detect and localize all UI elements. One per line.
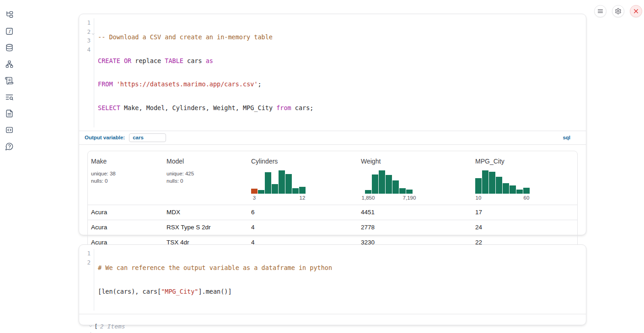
histogram-bar <box>386 175 392 194</box>
sql-editor[interactable]: 1 2 3 4 -- Download a CSV and create an … <box>79 14 586 131</box>
histogram-bar <box>258 190 264 194</box>
sql-cell: 1 2 3 4 -- Download a CSV and create an … <box>79 14 586 235</box>
open-bracket: [ <box>94 323 98 330</box>
python-code: # We can reference the output variable a… <box>94 249 332 311</box>
column-header-cylinders[interactable]: Cylinders 3 12 <box>248 158 358 202</box>
hist-min-label: 3 <box>253 195 256 201</box>
histogram-axis-labels: 3 12 <box>251 195 306 202</box>
histogram-bar <box>251 189 258 194</box>
sql-keyword: SELECT <box>98 104 120 111</box>
cell-mpg-city: 24 <box>472 224 577 231</box>
hist-min-label: 1,850 <box>362 195 375 201</box>
cell-cylinders: 6 <box>248 209 358 216</box>
column-title: Cylinders <box>251 158 358 165</box>
sql-text <box>113 80 117 88</box>
histogram-bar <box>372 174 378 194</box>
cylinders-histogram: 3 12 <box>251 170 306 202</box>
column-stats: unique: 425 nulls: 0 <box>166 170 248 185</box>
histogram-bar <box>489 172 495 194</box>
scratchpad-icon[interactable] <box>5 76 14 85</box>
collapse-chevron-icon[interactable] <box>88 324 93 328</box>
python-output: [ 2 Items 0: 428 1: 20.060747663551403 ] <box>79 314 586 333</box>
histogram-bar <box>285 174 292 194</box>
snippets-icon[interactable] <box>5 126 14 134</box>
logs-icon[interactable] <box>5 93 14 101</box>
python-editor[interactable]: 1 2 # We can reference the output variab… <box>79 245 586 314</box>
histogram-bar <box>406 190 413 194</box>
python-comment: # We can reference the output variable a… <box>98 264 332 271</box>
sql-keyword: FROM <box>98 80 113 88</box>
sql-code: -- Download a CSV and create an in-memor… <box>94 18 313 127</box>
histogram-axis-labels: 10 60 <box>475 195 530 202</box>
histogram-bar <box>496 177 502 194</box>
column-header-model[interactable]: Model unique: 425 nulls: 0 <box>163 158 248 202</box>
documentation-icon[interactable] <box>5 109 14 118</box>
null-count: nulls: 0 <box>166 177 248 185</box>
fold-chevron-icon[interactable] <box>91 32 95 36</box>
histogram-bar <box>516 190 523 194</box>
cell-make: Acura <box>88 209 163 216</box>
column-header-mpg-city[interactable]: MPG_City 10 60 <box>472 158 577 202</box>
sql-keyword: from <box>276 104 291 111</box>
cell-make: Acura <box>88 224 163 231</box>
histogram-bar <box>523 188 530 194</box>
hist-max-label: 7,190 <box>403 195 416 201</box>
output-variable-input[interactable] <box>129 133 166 142</box>
data-sources-icon[interactable] <box>5 43 14 52</box>
sql-keyword: as <box>206 57 213 64</box>
null-count: nulls: 0 <box>91 177 163 185</box>
sql-text: cars; <box>291 104 314 111</box>
output-variable-bar: Output variable: sql <box>79 131 586 145</box>
file-explorer-icon[interactable] <box>5 11 14 19</box>
histogram-bar <box>299 187 306 194</box>
line-number: 2 <box>79 258 91 267</box>
sql-keyword: CREATE OR <box>98 57 131 64</box>
output-variable-label: Output variable: <box>85 135 125 140</box>
menu-button[interactable] <box>594 5 606 17</box>
tree-root: [ 2 Items <box>88 322 586 330</box>
column-title: MPG_City <box>475 158 577 165</box>
sql-keyword: TABLE <box>165 57 183 64</box>
histogram-bar <box>272 184 278 194</box>
items-count: 2 Items <box>100 323 125 330</box>
shutdown-button[interactable] <box>630 5 642 17</box>
histogram-bar <box>482 170 488 194</box>
histogram-bar <box>399 188 406 194</box>
sidebar: f <box>5 11 14 151</box>
cell-model: RSX Type S 2dr <box>163 224 248 231</box>
hist-max-label: 60 <box>524 195 530 201</box>
dependency-graph-icon[interactable] <box>5 60 14 69</box>
table-row: Acura MDX 6 4451 17 <box>88 205 577 220</box>
cell-cylinders: 4 <box>248 224 358 231</box>
line-number: 1 <box>79 18 91 27</box>
sql-text: Make, Model, Cylinders, Weight, MPG_City <box>120 104 276 111</box>
line-number: 2 <box>79 27 91 37</box>
line-number: 1 <box>79 249 91 258</box>
language-badge[interactable]: sql <box>563 135 570 140</box>
column-title: Make <box>91 158 163 165</box>
weight-histogram: 1,850 7,190 <box>365 170 413 202</box>
sql-comment: -- Download a CSV and create an in-memor… <box>98 33 273 41</box>
column-header-weight[interactable]: Weight 1,850 7,190 <box>358 158 472 202</box>
table-row: Acura RSX Type S 2dr 4 2778 24 <box>88 220 577 235</box>
column-header-make[interactable]: Make unique: 38 nulls: 0 <box>88 158 163 202</box>
settings-button[interactable] <box>612 5 624 17</box>
line-number-gutter: 1 2 <box>79 249 94 311</box>
column-title: Weight <box>361 158 472 165</box>
column-title: Model <box>166 158 248 165</box>
python-text: ].mean()] <box>198 288 231 295</box>
histogram-bar <box>379 170 385 194</box>
sql-text: cars <box>183 57 206 64</box>
python-text: [len(cars), cars[ <box>98 288 161 295</box>
histogram-bar <box>365 190 371 194</box>
functions-icon[interactable]: f <box>5 27 14 36</box>
histogram-bar <box>292 188 299 194</box>
column-stats: unique: 38 nulls: 0 <box>91 170 163 185</box>
python-cell: 1 2 # We can reference the output variab… <box>79 244 586 325</box>
help-icon[interactable] <box>5 142 14 151</box>
cell-model: MDX <box>163 209 248 216</box>
line-number: 4 <box>79 45 91 54</box>
hist-max-label: 12 <box>300 195 306 201</box>
histogram-bar <box>279 170 285 194</box>
histogram-bar <box>510 185 516 194</box>
